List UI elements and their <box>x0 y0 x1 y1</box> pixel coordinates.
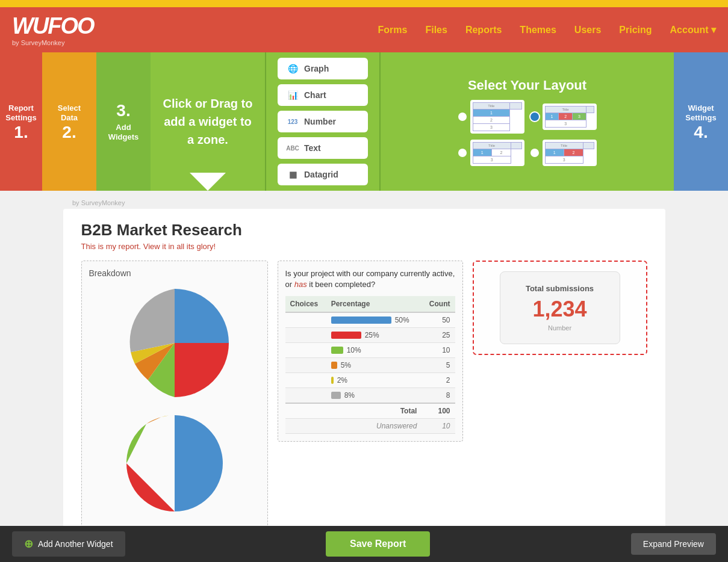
text-icon: ABC <box>286 141 299 155</box>
nav-pricing[interactable]: Pricing <box>619 25 652 36</box>
pie-chart-area <box>89 283 260 403</box>
widget-text-button[interactable]: ABC Text <box>278 137 368 159</box>
wizard-step-2[interactable]: Select Data 2. <box>42 52 96 191</box>
bar-25 <box>331 332 361 339</box>
widget-text-label: Text <box>304 143 321 153</box>
table-row: 50% 50 <box>285 312 455 328</box>
table-row: 5% 5 <box>285 358 455 373</box>
count-8: 8 <box>422 388 455 404</box>
unanswered-row: Unanswered 10 <box>285 419 455 434</box>
layout-preview-1: Title 1 2 3 <box>470 100 524 134</box>
num-box-value: 1,234 <box>518 297 602 322</box>
layout-radio-4[interactable] <box>530 149 539 157</box>
layout-preview-2: Title 123 3 <box>543 103 597 130</box>
layout-radio-2[interactable] <box>530 113 539 121</box>
wizard-step-4[interactable]: Widget Settings 4. <box>674 52 728 191</box>
col-percentage: Percentage <box>326 296 422 312</box>
layout-option-1[interactable]: Title 1 2 3 <box>458 100 524 134</box>
pct-25: 25% <box>365 331 379 339</box>
layout-option-3[interactable]: Title 12 3 <box>458 140 524 166</box>
total-row: Total 100 <box>285 403 455 419</box>
total-label: Total <box>326 403 422 419</box>
nav-forms[interactable]: Forms <box>378 25 408 36</box>
widget-chart-label: Chart <box>304 90 326 100</box>
step1-number: 1. <box>14 123 28 142</box>
report-title: B2B Market Research <box>81 221 647 239</box>
count-2: 2 <box>422 373 455 388</box>
step3-number: 3. <box>116 101 130 120</box>
nav-themes[interactable]: Themes <box>520 25 556 36</box>
plus-icon: ⊕ <box>24 537 33 551</box>
graph-icon: 🌐 <box>286 62 299 75</box>
widget-datagrid-button[interactable]: ▦ Datagrid <box>278 164 368 185</box>
bar-2 <box>331 377 334 384</box>
by-surveymonkey: by SurveyMonkey <box>0 197 728 209</box>
bar-5 <box>331 362 337 369</box>
nav-account[interactable]: Account <box>670 24 716 36</box>
widgets-row: Breakdown <box>81 261 647 562</box>
step4-number: 4. <box>694 123 708 142</box>
nav-files[interactable]: Files <box>425 25 447 36</box>
pct-8: 8% <box>344 391 355 400</box>
widget-number-button[interactable]: 123 Number <box>278 111 368 132</box>
chart-icon: 📊 <box>286 88 299 102</box>
num-box-label: Total submissions <box>518 284 602 293</box>
save-report-button[interactable]: Save Report <box>326 531 430 557</box>
pct-5: 5% <box>341 361 351 369</box>
nav-reports[interactable]: Reports <box>465 25 502 36</box>
data-table: Choices Percentage Count 50% 50 <box>285 296 455 434</box>
total-count: 100 <box>422 403 455 419</box>
wizard-step-3[interactable]: 3. Add Widgets <box>96 52 151 191</box>
widget-list: 🌐 Graph 📊 Chart 123 Number ABC Text ▦ Da… <box>265 52 379 191</box>
unanswered-label: Unanswered <box>326 419 422 434</box>
count-25: 25 <box>422 328 455 343</box>
step2-number: 2. <box>62 123 76 142</box>
bar-10 <box>331 347 343 354</box>
expand-preview-label: Expand Preview <box>643 539 704 549</box>
layout-zone: Select Your Layout Title 1 2 3 <box>379 52 674 191</box>
widget-graph-button[interactable]: 🌐 Graph <box>278 58 368 79</box>
bar-50 <box>331 317 391 324</box>
drag-arrow-icon <box>190 173 226 191</box>
top-bar <box>0 0 728 7</box>
report-container: B2B Market Research This is my report. V… <box>63 209 665 562</box>
logo: WUFOO <box>12 13 94 39</box>
wizard-bar: Report Settings 1. Select Data 2. 3. Add… <box>0 52 728 191</box>
num-box-type: Number <box>518 324 602 332</box>
number-widget: Total submissions 1,234 Number <box>473 261 647 355</box>
step4-label: Widget Settings <box>680 103 722 122</box>
col-count: Count <box>422 296 455 312</box>
bar-8 <box>331 392 341 399</box>
main-content: by SurveyMonkey B2B Market Research This… <box>0 191 728 562</box>
number-icon: 123 <box>286 115 299 128</box>
widget-graph-label: Graph <box>304 64 329 73</box>
pct-50: 50% <box>395 316 409 324</box>
table-row: 8% 8 <box>285 388 455 404</box>
layout-radio-3[interactable] <box>458 149 467 157</box>
table-widget: Is your project with our company current… <box>278 261 463 442</box>
pct-10: 10% <box>347 346 361 354</box>
drag-zone: Click or Drag to add a widget to a zone. <box>151 52 265 191</box>
col-choices: Choices <box>285 296 326 312</box>
layout-preview-4: Title 12 3 <box>543 140 597 166</box>
add-widget-button[interactable]: ⊕ Add Another Widget <box>12 531 125 557</box>
number-box: Total submissions 1,234 Number <box>500 271 620 344</box>
logo-sub: by SurveyMonkey <box>12 39 64 46</box>
expand-preview-button[interactable]: Expand Preview <box>631 533 716 555</box>
save-report-label: Save Report <box>350 539 406 549</box>
step2-label: Select Data <box>48 103 90 122</box>
add-widget-label: Add Another Widget <box>38 539 113 549</box>
layout-radio-1[interactable] <box>458 113 467 121</box>
drag-text: Click or Drag to add a widget to a zone. <box>163 94 253 149</box>
logo-area: WUFOO by SurveyMonkey <box>12 13 94 46</box>
nav-users[interactable]: Users <box>574 25 601 36</box>
count-10: 10 <box>422 343 455 358</box>
count-5: 5 <box>422 358 455 373</box>
layout-option-2[interactable]: Title 123 3 <box>530 100 597 134</box>
table-question-highlight: has <box>294 280 307 289</box>
wizard-step-1[interactable]: Report Settings 1. <box>0 52 42 191</box>
layout-option-4[interactable]: Title 12 3 <box>530 140 597 166</box>
pct-2: 2% <box>337 376 347 384</box>
bottom-bar: ⊕ Add Another Widget Save Report Expand … <box>0 526 728 562</box>
widget-chart-button[interactable]: 📊 Chart <box>278 84 368 106</box>
